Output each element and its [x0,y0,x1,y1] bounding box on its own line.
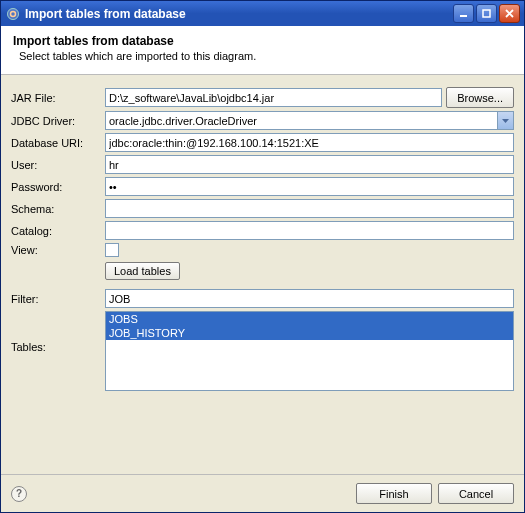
filter-input[interactable] [105,289,514,308]
load-tables-button[interactable]: Load tables [105,262,180,280]
list-item[interactable]: JOBS [106,312,513,326]
content-area: JAR File: Browse... JDBC Driver: oracle.… [1,75,524,474]
cancel-button[interactable]: Cancel [438,483,514,504]
close-button[interactable] [499,4,520,23]
titlebar: Import tables from database [1,1,524,26]
database-uri-input[interactable] [105,133,514,152]
user-label: User: [11,159,101,171]
page-title: Import tables from database [13,34,512,48]
view-checkbox[interactable] [105,243,119,257]
user-input[interactable] [105,155,514,174]
view-label: View: [11,244,101,256]
tables-listbox[interactable]: JOBSJOB_HISTORY [105,311,514,391]
title-button-group [453,4,520,23]
schema-label: Schema: [11,203,101,215]
password-label: Password: [11,181,101,193]
help-icon[interactable]: ? [11,486,27,502]
jdbc-driver-combo[interactable]: oracle.jdbc.driver.OracleDriver [105,111,514,130]
dialog-window: Import tables from database Import table… [0,0,525,513]
schema-input[interactable] [105,199,514,218]
chevron-down-icon [497,112,513,129]
jdbc-driver-label: JDBC Driver: [11,115,101,127]
browse-button[interactable]: Browse... [446,87,514,108]
header-panel: Import tables from database Select table… [1,26,524,75]
password-input[interactable] [105,177,514,196]
jdbc-driver-value: oracle.jdbc.driver.OracleDriver [109,115,497,127]
finish-button[interactable]: Finish [356,483,432,504]
jar-file-label: JAR File: [11,92,101,104]
minimize-button[interactable] [453,4,474,23]
window-title: Import tables from database [25,7,453,21]
list-item[interactable]: JOB_HISTORY [106,326,513,340]
svg-rect-4 [483,10,490,17]
footer: ? Finish Cancel [1,474,524,512]
svg-rect-3 [460,15,467,17]
filter-label: Filter: [11,293,101,305]
jar-file-input[interactable] [105,88,442,107]
view-checkbox-cell [105,243,514,257]
catalog-input[interactable] [105,221,514,240]
database-uri-label: Database URI: [11,137,101,149]
load-tables-row: Load tables [105,262,514,280]
page-subtitle: Select tables which are imported to this… [19,50,512,62]
app-icon [5,6,21,22]
tables-label: Tables: [11,311,101,353]
maximize-button[interactable] [476,4,497,23]
form-grid: JAR File: Browse... JDBC Driver: oracle.… [11,87,514,391]
catalog-label: Catalog: [11,225,101,237]
